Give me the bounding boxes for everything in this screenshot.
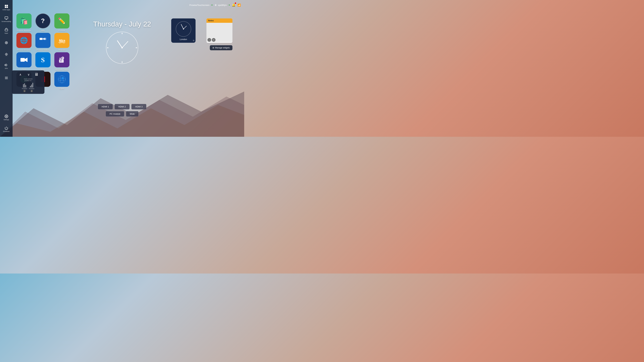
- position-2-label: Position: [29, 88, 34, 89]
- sidebar-item-screencasting[interactable]: Screencasting: [0, 13, 12, 25]
- clock-widget-face: [175, 21, 192, 37]
- sidebar-item-shutdown[interactable]: Shutdown: [0, 123, 12, 135]
- menu-icon: [4, 76, 8, 80]
- notes-edit-button[interactable]: ✏: [212, 38, 216, 42]
- zoom-up-arrow[interactable]: ∧: [18, 72, 23, 77]
- hdmi2-button[interactable]: HDMI 2: [114, 104, 130, 109]
- prowise-reflect-label: Prowise Reflect: [36, 49, 49, 51]
- svg-point-45: [122, 47, 123, 48]
- zoom-save-text: Save currentposition to:: [24, 78, 32, 81]
- app-prowise-reflect[interactable]: Prowise Reflect: [34, 33, 52, 51]
- app-microsoft-teams[interactable]: T T Microsoft Teams: [53, 52, 70, 70]
- svg-rect-8: [5, 29, 8, 31]
- zoom-label: Zoom: [22, 68, 26, 70]
- app-miracast[interactable]: Mira Miracast: [53, 33, 70, 51]
- shutdown-icon: [4, 126, 8, 130]
- date-display: Thursday - July 22: [93, 20, 151, 28]
- svg-rect-18: [44, 38, 46, 40]
- manage-widgets-icon: ⊞: [212, 46, 214, 49]
- active-apps-icon: [4, 4, 8, 8]
- svg-point-15: [6, 116, 7, 117]
- earth-label: Earth: [60, 88, 64, 90]
- help-icon: ?: [36, 13, 50, 28]
- input-buttons: HDMI 1 HDMI 2 HDMI 3 PC module Mute: [98, 104, 146, 117]
- svg-line-43: [118, 41, 122, 48]
- sidebar-item-menu[interactable]: [0, 72, 12, 84]
- microsoft-teams-label: Microsoft Teams: [55, 68, 68, 70]
- position-1-bar-1: [23, 84, 24, 87]
- app-prowise-appstore[interactable]: 🛍️ Prowise Appstore: [15, 13, 33, 31]
- analog-clock: [105, 31, 139, 64]
- svg-rect-5: [5, 6, 6, 8]
- sidebar-item-settings[interactable]: Settings: [0, 112, 12, 123]
- notes-header: Notes: [206, 18, 232, 23]
- miracast-svg: Mira: [58, 36, 66, 44]
- app-help[interactable]: ? Help: [34, 13, 52, 31]
- monitor-icon: 🖥: [214, 4, 217, 6]
- svg-rect-20: [20, 58, 25, 62]
- sidebar-item-home[interactable]: [0, 49, 12, 60]
- miracast-label: Miracast: [58, 49, 66, 51]
- svg-point-49: [183, 28, 184, 29]
- app-skype[interactable]: S Skype: [34, 52, 52, 70]
- notification-badge: [235, 2, 236, 4]
- earth-svg: [58, 75, 66, 83]
- svg-rect-6: [6, 6, 8, 8]
- sidebar: Active apps Screencasting Input 20%: [0, 0, 12, 137]
- screen-name-item: ProwiseTouchscreen: [189, 4, 210, 6]
- clock-settings-icon[interactable]: ⚙: [193, 39, 194, 42]
- settings-label: Settings: [4, 119, 9, 120]
- svg-point-39: [122, 33, 122, 34]
- app-pronote[interactable]: ✏️ ProNote: [53, 13, 70, 31]
- screencasting-icon: [4, 16, 8, 20]
- sidebar-item-active-apps[interactable]: Active apps: [0, 2, 12, 13]
- earth-icon: [54, 72, 70, 87]
- notification-bell[interactable]: 🔔: [232, 3, 236, 7]
- svg-rect-17: [40, 38, 42, 40]
- teams-svg: T T: [58, 56, 66, 64]
- notes-minus-button[interactable]: −: [208, 38, 211, 42]
- sidebar-item-pen[interactable]: [0, 37, 12, 49]
- position-1-bar-3: [25, 85, 26, 87]
- svg-point-41: [122, 62, 122, 63]
- sidebar-item-volume[interactable]: 20%: [0, 60, 12, 72]
- mute-button[interactable]: Mute: [126, 111, 138, 117]
- reflect-svg: [39, 36, 47, 44]
- analog-clock-svg: [105, 31, 139, 64]
- app-zoom[interactable]: Zoom: [15, 52, 33, 70]
- svg-point-33: [62, 77, 64, 79]
- pronote-icon: ✏️: [54, 13, 70, 28]
- app-prowise-browser[interactable]: 🌐 Prowise Browser: [15, 33, 33, 51]
- clock-widget: London ⚙: [171, 18, 196, 43]
- manage-widgets-button[interactable]: ⊞ Manage widgets: [210, 45, 232, 50]
- hdmi1-button[interactable]: HDMI 1: [98, 104, 113, 109]
- zoom-monitor-icon: 🖥: [34, 72, 38, 77]
- svg-marker-11: [5, 64, 6, 66]
- svg-point-10: [6, 42, 7, 43]
- pronote-label: ProNote: [58, 29, 65, 31]
- bell-icon: 🔔: [232, 3, 236, 7]
- input-row-2: PC module Mute: [106, 111, 138, 117]
- prowise-browser-label: Prowise Browser: [17, 49, 31, 51]
- position-1-bar-2: [24, 83, 25, 87]
- manage-widgets-label: Manage widgets: [215, 46, 230, 49]
- position-2-bar-2: [31, 84, 32, 87]
- user-dot: [229, 4, 230, 5]
- volume-label: 20%: [5, 67, 8, 69]
- wifi-icon: 📶: [238, 3, 241, 7]
- app-earth[interactable]: Earth: [53, 72, 70, 90]
- position-1-item[interactable]: Position 1: [22, 82, 27, 92]
- input-icon: [4, 28, 8, 32]
- sidebar-item-input[interactable]: Input: [0, 25, 12, 37]
- hdmi3-button[interactable]: HDMI 3: [131, 104, 146, 109]
- zoom-arrows: ∧ ∨ 🖥: [18, 72, 38, 77]
- svg-rect-4: [6, 5, 8, 6]
- svg-line-44: [122, 41, 128, 48]
- position-2-item[interactable]: Position 2: [29, 82, 34, 92]
- svg-point-25: [59, 58, 61, 59]
- svg-point-42: [107, 47, 108, 48]
- miracast-icon: Mira: [54, 33, 70, 48]
- screen-name: ProwiseTouchscreen: [189, 4, 210, 6]
- zoom-down-arrow[interactable]: ∨: [26, 72, 31, 77]
- pc-module-button[interactable]: PC module: [106, 111, 124, 117]
